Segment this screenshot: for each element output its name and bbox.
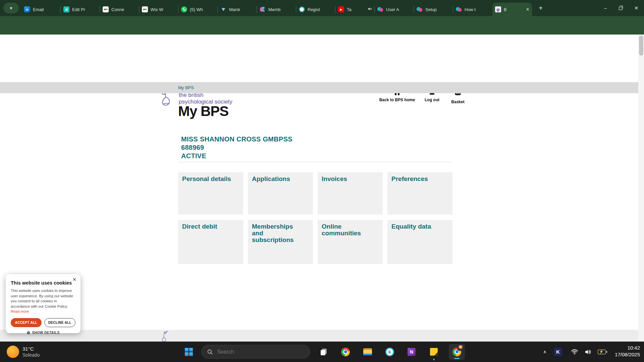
tab-user-account[interactable]: User A <box>375 3 414 16</box>
card-direct-debit[interactable]: Direct debit <box>178 220 243 264</box>
show-details-button[interactable]: ⚙ SHOW DETAILS <box>11 330 75 335</box>
clock-time: 10:42 <box>615 345 640 351</box>
weather-temp: 31°C <box>22 346 40 352</box>
task-view-button[interactable] <box>316 344 332 360</box>
new-tab-button[interactable]: + <box>536 3 545 13</box>
onenote-button[interactable]: N <box>404 344 420 360</box>
tray-chevron-up-icon[interactable]: ∧ <box>543 349 546 354</box>
tab-bps-active[interactable]: ψ B ✕ <box>492 3 532 16</box>
card-memberships[interactable]: Memberships and subscriptions <box>248 220 313 264</box>
wifi-icon[interactable] <box>571 349 578 355</box>
card-personal-details[interactable]: Personal details <box>178 172 243 215</box>
profile-mini-avatar <box>458 345 464 351</box>
gear-icon: ⚙ <box>26 330 30 335</box>
scrollbar-thumb[interactable] <box>639 36 643 56</box>
tab-label: Memb <box>268 7 293 12</box>
maximize-button[interactable] <box>613 0 629 16</box>
ring-icon <box>299 6 305 12</box>
search-icon <box>207 349 213 355</box>
tab-label: Setup <box>425 7 450 12</box>
cookie-body: This website uses cookies to improve use… <box>11 288 75 314</box>
close-button[interactable]: ✕ <box>629 0 644 16</box>
tab-search-button[interactable]: ▾ <box>3 3 19 13</box>
bps-portal-page: the british psychological society Back t… <box>0 35 644 342</box>
sticky-notes-button[interactable] <box>426 344 442 360</box>
tab-mantra[interactable]: ♥ Mantr <box>218 3 257 16</box>
sun-icon <box>7 346 19 358</box>
start-button[interactable] <box>181 344 197 360</box>
chrome-active-button[interactable] <box>449 344 465 360</box>
cookie-title: This website uses cookies <box>11 280 75 286</box>
accept-all-button[interactable]: ACCEPT ALL <box>11 318 42 327</box>
outlook-icon: o <box>24 6 30 12</box>
d-app-icon: d <box>63 6 69 12</box>
tab-label: Edit Pr <box>72 7 97 12</box>
chat-bubbles-icon <box>456 6 462 12</box>
tab-membership[interactable]: Memb <box>257 3 296 16</box>
nav-label: Basket <box>451 100 464 104</box>
tab-label: Regist <box>308 7 333 12</box>
bps-favicon: ψ <box>495 6 501 12</box>
kami-icon: k <box>385 348 394 356</box>
wix-icon: WIX <box>142 6 148 12</box>
read-more-link[interactable]: Read more <box>11 309 29 313</box>
battery-icon[interactable]: ⚡ <box>598 350 606 354</box>
tab-youtube[interactable]: ▶ Ta <box>335 3 375 16</box>
search-input[interactable] <box>216 349 298 355</box>
heart-icon: ♥ <box>220 6 226 12</box>
tab-label: Email <box>33 7 58 12</box>
weather-widget[interactable]: 31°C Soleado <box>7 342 40 362</box>
kami-button[interactable]: k <box>382 344 398 360</box>
card-equality-data[interactable]: Equality data <box>387 220 452 264</box>
running-indicator-dot <box>433 359 435 360</box>
tab-setup[interactable]: Setup <box>414 3 453 16</box>
decline-all-button[interactable]: DECLINE ALL <box>44 318 76 327</box>
desktop-screen: ▾ o Email d Edit Pr WIX Conne WIX Wix W <box>0 0 644 362</box>
windows-start-icon <box>185 348 193 356</box>
tab-connect[interactable]: WIX Conne <box>100 3 139 16</box>
weather-condition: Soleado <box>22 352 40 358</box>
file-explorer-button[interactable] <box>360 344 376 360</box>
wix-icon: WIX <box>103 6 109 12</box>
tab-email[interactable]: o Email <box>21 3 61 16</box>
breadcrumb-link[interactable]: My BPS <box>178 85 194 90</box>
cookie-close-icon[interactable]: ✕ <box>72 277 76 282</box>
window-controls: – ✕ <box>598 0 644 16</box>
member-info: MISS SHANNON CROSS GMBPSS 688969 ACTIVE <box>181 135 292 160</box>
tab-whatsapp[interactable]: (5) Wh <box>178 3 218 16</box>
chrome-taskbar-button[interactable] <box>337 344 354 360</box>
member-name: MISS SHANNON CROSS GMBPSS <box>181 135 292 143</box>
page-scrollbar <box>638 35 644 342</box>
chrome-icon <box>341 348 350 356</box>
card-title: Equality data <box>391 223 442 230</box>
tabs-container: o Email d Edit Pr WIX Conne WIX Wix W (5… <box>21 0 532 16</box>
tab-edit-profile[interactable]: d Edit Pr <box>61 3 100 16</box>
show-details-label: SHOW DETAILS <box>32 331 60 335</box>
volume-icon[interactable] <box>584 349 592 355</box>
tab-label: Ta <box>347 7 367 12</box>
card-applications[interactable]: Applications <box>248 172 313 215</box>
chevron-down-icon: ▾ <box>10 5 12 11</box>
card-online-communities[interactable]: Online communities <box>318 220 383 264</box>
page-title: My BPS <box>178 103 228 119</box>
card-invoices[interactable]: Invoices <box>318 172 383 215</box>
card-title: Direct debit <box>182 223 232 230</box>
whatsapp-icon <box>181 6 187 12</box>
member-blob-icon <box>260 6 266 12</box>
chat-bubbles-icon <box>377 6 383 12</box>
tab-register[interactable]: Regist <box>296 3 335 16</box>
tab-close-icon[interactable]: ✕ <box>526 7 529 12</box>
youtube-icon: ▶ <box>338 6 344 12</box>
k-tray-icon[interactable]: K <box>554 348 562 356</box>
charging-bolt-icon: ⚡ <box>599 350 604 354</box>
active-app-indicator <box>454 358 460 359</box>
tab-how-to[interactable]: How t <box>453 3 492 16</box>
minimize-button[interactable]: – <box>598 0 613 16</box>
card-preferences[interactable]: Preferences <box>387 172 452 215</box>
tab-wix[interactable]: WIX Wix W <box>139 3 178 16</box>
taskbar-search[interactable] <box>201 345 310 359</box>
tab-label: (5) Wh <box>190 7 215 12</box>
taskbar-clock[interactable]: 10:42 17/08/2025 <box>615 345 640 358</box>
tab-audio-icon[interactable] <box>368 6 372 12</box>
cookie-body-text: This website uses cookies to improve use… <box>11 289 73 308</box>
